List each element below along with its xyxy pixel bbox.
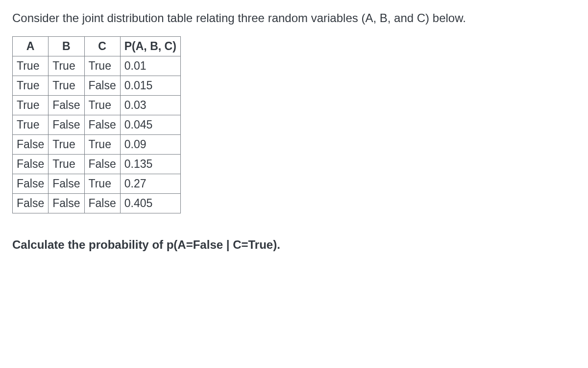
table-row: True True False 0.015 (13, 76, 181, 95)
cell-c: False (84, 115, 120, 134)
cell-p: 0.01 (120, 56, 180, 76)
cell-a: False (13, 193, 49, 213)
intro-text: Consider the joint distribution table re… (12, 10, 576, 26)
table-row: False True False 0.135 (13, 154, 181, 174)
cell-b: False (49, 193, 84, 213)
table-row: True False False 0.045 (13, 115, 181, 134)
cell-p: 0.015 (120, 76, 180, 95)
cell-a: False (13, 174, 49, 193)
cell-b: True (49, 134, 84, 154)
cell-a: True (13, 95, 49, 115)
cell-a: False (13, 134, 49, 154)
distribution-table: A B C P(A, B, C) True True True 0.01 Tru… (12, 36, 181, 213)
cell-c: False (84, 76, 120, 95)
cell-p: 0.135 (120, 154, 180, 174)
table-row: False False False 0.405 (13, 193, 181, 213)
table-row: False False True 0.27 (13, 174, 181, 193)
cell-b: False (49, 174, 84, 193)
table-header-row: A B C P(A, B, C) (13, 36, 181, 56)
cell-c: True (84, 134, 120, 154)
header-b: B (49, 36, 84, 56)
cell-b: False (49, 115, 84, 134)
cell-p: 0.27 (120, 174, 180, 193)
cell-c: True (84, 95, 120, 115)
cell-p: 0.045 (120, 115, 180, 134)
cell-b: True (49, 76, 84, 95)
cell-b: True (49, 154, 84, 174)
cell-b: True (49, 56, 84, 76)
cell-c: True (84, 56, 120, 76)
header-p: P(A, B, C) (120, 36, 180, 56)
cell-a: True (13, 56, 49, 76)
cell-p: 0.09 (120, 134, 180, 154)
table-row: True True True 0.01 (13, 56, 181, 76)
table-row: True False True 0.03 (13, 95, 181, 115)
cell-b: False (49, 95, 84, 115)
cell-c: True (84, 174, 120, 193)
cell-p: 0.03 (120, 95, 180, 115)
cell-a: True (13, 115, 49, 134)
header-c: C (84, 36, 120, 56)
header-a: A (13, 36, 49, 56)
table-row: False True True 0.09 (13, 134, 181, 154)
cell-a: True (13, 76, 49, 95)
question-text: Calculate the probability of p(A=False |… (12, 238, 576, 252)
cell-a: False (13, 154, 49, 174)
cell-c: False (84, 193, 120, 213)
cell-p: 0.405 (120, 193, 180, 213)
cell-c: False (84, 154, 120, 174)
